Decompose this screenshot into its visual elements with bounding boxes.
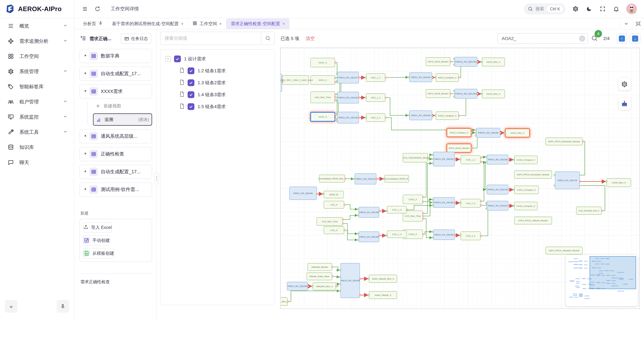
fullscreen-icon[interactable] xyxy=(599,5,606,12)
menu-icon[interactable] xyxy=(81,5,88,12)
node-search-icon[interactable]: 4 xyxy=(591,35,598,42)
view-item-trace[interactable]: 追溯 (图表) xyxy=(93,113,152,126)
graph-node-CAS2_X[interactable]: CAS2_X xyxy=(403,195,423,204)
item-checkbox[interactable] xyxy=(188,103,194,110)
graph-node-PWCU_RX_ODU56[interactable]: PWCU_RX_ODU56 xyxy=(287,282,308,290)
graph-canvas[interactable]: AOA1_XAOA1_XS_PSU_SOV_I_Mon_X_latch_rese… xyxy=(280,48,639,309)
graph-node-PWCU_RX_ODU76[interactable]: PWCU_RX_ODU76 xyxy=(487,185,508,194)
root-checkbox[interactable] xyxy=(174,55,181,62)
graph-node-AOA_2_3[interactable]: AOA_2_3 xyxy=(366,114,385,122)
collapse-expander-icon[interactable]: − xyxy=(165,56,171,62)
sidebar-item-users[interactable]: 租户管理 xyxy=(0,94,74,109)
graph-node-AOA1_X[interactable]: AOA1_X xyxy=(310,75,335,84)
refresh-icon[interactable] xyxy=(94,5,101,12)
item-checkbox[interactable] xyxy=(188,67,194,74)
sidebar-item-workspace[interactable]: 工作空间 xyxy=(0,49,74,64)
graph-node-ADF4_PPCS_Resolution_Monitor[interactable]: ADF4_PPCS_Resolution_Monitor xyxy=(514,171,552,178)
sidebar-pin-icon[interactable] xyxy=(56,300,69,313)
tab-3[interactable]: 工作空间× xyxy=(188,18,226,29)
caret-right-icon[interactable] xyxy=(83,53,88,58)
graph-node-PWCU_RX_ODU52[interactable]: PWCU_RX_ODU52 xyxy=(487,201,508,210)
graph-node-PSPCU_RX_ODU763[interactable]: PSPCU_RX_ODU763 xyxy=(455,89,477,98)
graph-node-CAS_Runtime_Ref_X[interactable]: CAS_Runtime_Ref_X xyxy=(576,207,602,215)
panel-resize-handle[interactable] xyxy=(155,173,159,184)
dataset-card[interactable]: 通风系统高层级... xyxy=(80,129,152,143)
global-search[interactable]: 搜索 Ctrl K xyxy=(524,3,566,14)
graph-node-PWCU_RX_ODU46[interactable]: PWCU_RX_ODU46 xyxy=(359,207,379,217)
graph-node-ADF4_PPCS_Altitude5_Monitor[interactable]: ADF4_PPCS_Altitude5_Monitor xyxy=(546,247,582,254)
clear-search-icon[interactable]: × xyxy=(579,35,585,42)
close-icon[interactable]: × xyxy=(219,21,222,26)
graph-node-PWCU_RX_ODU76[interactable]: PWCU_RX_ODU76 xyxy=(555,172,580,189)
sidebar-item-trace[interactable]: 需求追溯分析 xyxy=(0,33,74,49)
sidebar-item-monitor[interactable]: 系统监控 xyxy=(0,109,74,124)
graph-node-Altitude5_Mon_X[interactable]: Altitude5_Mon_X xyxy=(313,283,336,290)
sidebar-item-database[interactable]: 知识库 xyxy=(0,140,74,155)
caret-right-icon[interactable] xyxy=(83,71,88,76)
dataset-card[interactable]: 正确性检查 xyxy=(80,147,152,161)
graph-node-Altitude_Safty_Value[interactable]: Altitude_Safty_Value xyxy=(307,273,332,280)
focus-view-icon[interactable] xyxy=(632,18,644,29)
minimap[interactable] xyxy=(566,255,638,306)
graph-node-AOA5_Compare_X[interactable]: AOA5_Compare_X xyxy=(436,112,458,120)
group-tree-item[interactable]: 1.3 链条2需求 xyxy=(180,79,270,86)
graph-node-PWCU_RX_ODU46[interactable]: PWCU_RX_ODU46 xyxy=(290,187,316,200)
sidebar-item-chat[interactable]: 聊天 xyxy=(0,155,74,170)
graph-node-CAS1_Compare_X[interactable]: CAS1_Compare_X xyxy=(514,186,538,194)
graph-node-PWCU_RX_ODU46[interactable]: PWCU_RX_ODU46 xyxy=(410,111,432,120)
graph-node-CAS5_Mon_X[interactable]: CAS5_Mon_X xyxy=(607,178,631,187)
graph-node-AOA3_Mon_X[interactable]: AOA3_Mon_X xyxy=(482,58,505,66)
tab-4[interactable]: 需求正确性检查-空间配置× xyxy=(226,18,289,29)
next-match-button[interactable]: ↓ xyxy=(630,33,640,44)
graph-node-S_PSU_SOV_I_Mon_X_latch_reset[interactable]: S_PSU_SOV_I_Mon_X_latch_reset xyxy=(280,75,313,84)
item-checkbox[interactable] xyxy=(188,91,194,98)
caret-right-icon[interactable] xyxy=(83,134,88,139)
graph-node-CAS_2_3[interactable]: CAS_2_3 xyxy=(461,199,480,207)
group-tree-item[interactable]: 1.2 链条1需求 xyxy=(180,67,270,74)
graph-node-AOA_1_2[interactable]: AOA_1_2 xyxy=(366,73,385,82)
settings-icon[interactable] xyxy=(572,5,579,12)
group-tree-item[interactable]: 1.4 链条3需求 xyxy=(180,91,270,98)
graph-node-ADF4_PPCS_Altitude_Monitor[interactable]: ADF4_PPCS_Altitude_Monitor xyxy=(514,217,552,224)
graph-node-AOA2_Compare_X[interactable]: AOA2_Compare_X xyxy=(447,128,471,137)
graph-node-AOA3_Compare_X[interactable]: AOA3_Compare_X xyxy=(436,73,458,82)
caret-down-icon[interactable] xyxy=(83,89,88,94)
edit-button[interactable]: 手动创建 xyxy=(83,235,110,246)
graph-node-CAS_X[interactable]: CAS_X xyxy=(324,227,344,234)
graph-node-ADF4_AOA3_Monitor[interactable]: ADF4_AOA3_Monitor xyxy=(426,57,450,66)
graph-node-WOW_M[interactable]: WOW_M xyxy=(324,191,344,198)
graph-node-ADF4_PPCS_Wheeled3_Monitor[interactable]: ADF4_PPCS_Wheeled3_Monitor xyxy=(546,138,582,145)
caret-right-icon[interactable] xyxy=(83,152,88,156)
graph-node-CAS2_Compare_X[interactable]: CAS2_Compare_X xyxy=(514,156,537,164)
sidebar-item-gear[interactable]: 系统管理 xyxy=(0,64,74,79)
dataset-card[interactable]: 测试用例-软件需... xyxy=(80,182,152,197)
prev-match-button[interactable]: ↑ xyxy=(617,33,627,44)
task-log-button[interactable]: 任务日志 xyxy=(121,33,152,44)
graph-node-CAS_TOLERANCE_MAX[interactable]: CAS_TOLERANCE_MAX xyxy=(403,153,428,162)
graph-node-PWCU_RX_ODU56[interactable]: PWCU_RX_ODU56 xyxy=(487,155,508,164)
graph-node-CAS_3_4[interactable]: CAS_3_4 xyxy=(461,232,480,240)
group-search-icon[interactable] xyxy=(261,32,274,44)
sidebar-item-wrench[interactable]: 系统工具 xyxy=(0,124,74,140)
graph-node-CAS_1_2[interactable]: CAS_1_2 xyxy=(461,155,480,164)
dataset-card[interactable]: 自动生成配置_17... xyxy=(80,67,152,81)
dataset-card[interactable]: 数据字典 xyxy=(80,49,152,63)
graph-node-Consolidated_WOW_M[interactable]: Consolidated_WOW_M xyxy=(384,175,409,182)
graph-node-Voted_Altitude_X[interactable]: Voted_Altitude_X xyxy=(369,291,397,299)
graph-node-PWCU_RX_ODU58[interactable]: PWCU_RX_ODU58 xyxy=(340,263,360,298)
dark-mode-icon[interactable] xyxy=(586,5,593,12)
graph-node-AOA_1_3[interactable]: AOA_1_3 xyxy=(366,94,385,102)
graph-node-Voted_Altitude_Mon_X[interactable]: Voted_Altitude_Mon_X xyxy=(369,275,397,283)
sidebar-item-list[interactable]: 概览 xyxy=(0,18,74,33)
group-search-input[interactable] xyxy=(160,32,261,44)
template-button[interactable]: 从模板创建 xyxy=(83,248,114,258)
graph-node-CAS_X[interactable]: CAS_X xyxy=(324,201,344,208)
graph-node-PWCU_RX_ODU46[interactable]: PWCU_RX_ODU46 xyxy=(338,112,359,123)
caret-right-icon[interactable] xyxy=(83,187,88,192)
canvas-export-button[interactable] xyxy=(618,97,630,110)
graph-node-CAS_1_3[interactable]: CAS_1_3 xyxy=(387,206,406,213)
logo[interactable]: AEROK-AIPro xyxy=(0,0,74,18)
graph-node-PWCU_RX_ODU56[interactable]: PWCU_RX_ODU56 xyxy=(433,197,455,207)
graph-node-AOA1_X[interactable]: AOA1_X xyxy=(310,58,335,67)
notifications-icon[interactable] xyxy=(613,5,620,12)
